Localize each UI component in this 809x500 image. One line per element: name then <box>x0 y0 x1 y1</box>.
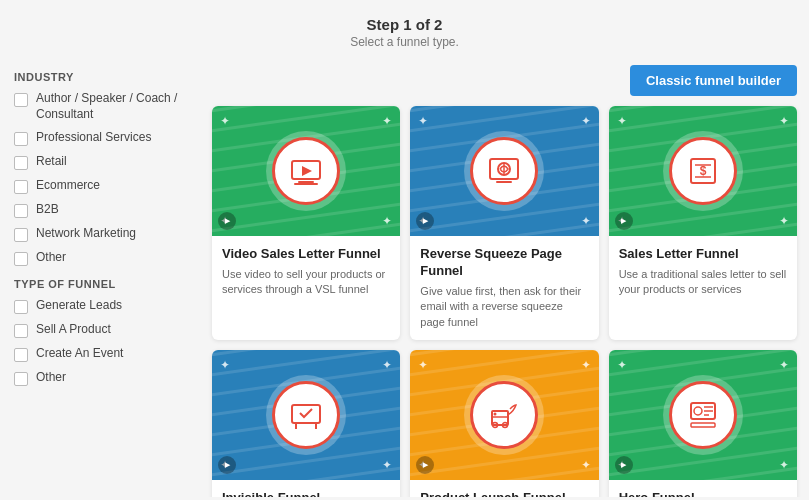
funnel-card-3[interactable]: ✦ ✦ ✦ ✦ ▶ Invisible Funnel Give value fi… <box>212 350 400 497</box>
funnel-card-image-3: ✦ ✦ ✦ ✦ ▶ <box>212 350 400 480</box>
play-icon-2[interactable]: ▶ <box>615 212 633 230</box>
top-bar: Classic funnel builder <box>212 65 797 96</box>
sparkle-tr-4: ✦ <box>581 358 591 372</box>
sidebar-industry-item-4[interactable]: B2B <box>14 202 186 218</box>
funnel-card-image-1: ✦ ✦ ✦ ✦ ▶ <box>410 106 598 236</box>
sidebar-industry-item-5[interactable]: Network Marketing <box>14 226 186 242</box>
funnel-type-label-0: Generate Leads <box>36 298 122 314</box>
funnel-icon-circle-4 <box>470 381 538 449</box>
industry-checkbox-1[interactable] <box>14 132 28 146</box>
funnel-type-label-1: Sell A Product <box>36 322 111 338</box>
funnel-icon-circle-5 <box>669 381 737 449</box>
funnel-card-title-3: Invisible Funnel <box>222 490 390 497</box>
funnel-card-body-5: Hero Funnel Share your story and build y… <box>609 480 797 497</box>
sparkle-br-5: ✦ <box>779 458 789 472</box>
step-subtitle: Select a funnel type. <box>0 35 809 49</box>
sparkle-tl-4: ✦ <box>418 358 428 372</box>
funnel-card-5[interactable]: ✦ ✦ ✦ ✦ ▶ Hero Funnel Share your story a… <box>609 350 797 497</box>
sparkle-tl-2: ✦ <box>617 114 627 128</box>
funnel-icon-circle-3 <box>272 381 340 449</box>
funnel-card-body-3: Invisible Funnel Give value first with a… <box>212 480 400 497</box>
sidebar: INDUSTRY Author / Speaker / Coach / Cons… <box>0 57 200 497</box>
sidebar-industry-item-6[interactable]: Other <box>14 250 186 266</box>
sparkle-tl-3: ✦ <box>220 358 230 372</box>
main-content: Classic funnel builder ✦ ✦ ✦ ✦ ▶ <box>200 57 809 497</box>
funnel-type-label-3: Other <box>36 370 66 386</box>
funnel-type-section-title: TYPE OF FUNNEL <box>14 278 186 290</box>
classic-funnel-builder-button[interactable]: Classic funnel builder <box>630 65 797 96</box>
sparkle-tl-5: ✦ <box>617 358 627 372</box>
funnel-card-desc-2: Use a traditional sales letter to sell y… <box>619 267 787 298</box>
industry-label-6: Other <box>36 250 66 266</box>
funnel-icon-circle-2: $ <box>669 137 737 205</box>
industry-label-1: Professional Services <box>36 130 151 146</box>
sparkle-tl-0: ✦ <box>220 114 230 128</box>
funnel-card-image-4: ✦ ✦ ✦ ✦ ▶ <box>410 350 598 480</box>
industry-checkbox-5[interactable] <box>14 228 28 242</box>
sidebar-funnel-type-item-0[interactable]: Generate Leads <box>14 298 186 314</box>
funnel-type-checkbox-1[interactable] <box>14 324 28 338</box>
industry-checkbox-2[interactable] <box>14 156 28 170</box>
svg-marker-1 <box>302 166 312 176</box>
funnel-card-desc-1: Give value first, then ask for their ema… <box>420 284 588 330</box>
industry-label-5: Network Marketing <box>36 226 136 242</box>
funnel-card-image-2: ✦ ✦ ✦ ✦ ▶ $ <box>609 106 797 236</box>
funnel-type-checkbox-0[interactable] <box>14 300 28 314</box>
svg-rect-7 <box>496 181 512 183</box>
svg-rect-2 <box>298 181 314 183</box>
funnel-card-image-5: ✦ ✦ ✦ ✦ ▶ <box>609 350 797 480</box>
funnel-type-checkbox-2[interactable] <box>14 348 28 362</box>
industry-section-title: INDUSTRY <box>14 71 186 83</box>
svg-rect-3 <box>294 183 318 185</box>
funnel-type-label-2: Create An Event <box>36 346 123 362</box>
industry-checkbox-4[interactable] <box>14 204 28 218</box>
funnel-icon-circle-1 <box>470 137 538 205</box>
sparkle-br-0: ✦ <box>382 214 392 228</box>
industry-label-2: Retail <box>36 154 67 170</box>
sparkle-tr-0: ✦ <box>382 114 392 128</box>
industry-checkbox-0[interactable] <box>14 93 28 107</box>
svg-text:$: $ <box>699 164 706 178</box>
funnel-card-title-1: Reverse Squeeze Page Funnel <box>420 246 588 280</box>
step-indicator: Step 1 of 2 <box>0 16 809 33</box>
funnel-icon-circle-0 <box>272 137 340 205</box>
funnel-card-2[interactable]: ✦ ✦ ✦ ✦ ▶ $ Sales Letter Funnel Use a tr… <box>609 106 797 340</box>
play-icon-3[interactable]: ▶ <box>218 456 236 474</box>
funnel-card-body-1: Reverse Squeeze Page Funnel Give value f… <box>410 236 598 340</box>
sparkle-tr-1: ✦ <box>581 114 591 128</box>
funnel-card-title-2: Sales Letter Funnel <box>619 246 787 263</box>
sparkle-br-1: ✦ <box>581 214 591 228</box>
sidebar-funnel-type-item-1[interactable]: Sell A Product <box>14 322 186 338</box>
funnel-card-title-5: Hero Funnel <box>619 490 787 497</box>
sidebar-industry-item-0[interactable]: Author / Speaker / Coach / Consultant <box>14 91 186 122</box>
industry-label-3: Ecommerce <box>36 178 100 194</box>
industry-checkbox-6[interactable] <box>14 252 28 266</box>
funnel-card-title-0: Video Sales Letter Funnel <box>222 246 390 263</box>
svg-rect-19 <box>691 423 715 427</box>
sparkle-tr-5: ✦ <box>779 358 789 372</box>
sidebar-industry-item-1[interactable]: Professional Services <box>14 130 186 146</box>
industry-checkbox-3[interactable] <box>14 180 28 194</box>
funnel-card-desc-0: Use video to sell your products or servi… <box>222 267 390 298</box>
sparkle-tr-2: ✦ <box>779 114 789 128</box>
sidebar-industry-item-3[interactable]: Ecommerce <box>14 178 186 194</box>
funnel-card-1[interactable]: ✦ ✦ ✦ ✦ ▶ Reverse Squeeze Page Funnel Gi… <box>410 106 598 340</box>
sparkle-tl-1: ✦ <box>418 114 428 128</box>
svg-point-18 <box>694 407 702 415</box>
industry-label-4: B2B <box>36 202 59 218</box>
funnel-card-title-4: Product Launch Funnel <box>420 490 588 497</box>
sidebar-funnel-type-item-2[interactable]: Create An Event <box>14 346 186 362</box>
funnel-card-body-0: Video Sales Letter Funnel Use video to s… <box>212 236 400 308</box>
funnel-card-0[interactable]: ✦ ✦ ✦ ✦ ▶ Video Sales Letter Funnel Use … <box>212 106 400 340</box>
funnel-card-body-4: Product Launch Funnel Launch your produc… <box>410 480 598 497</box>
play-icon-0[interactable]: ▶ <box>218 212 236 230</box>
sidebar-funnel-type-item-3[interactable]: Other <box>14 370 186 386</box>
play-icon-5[interactable]: ▶ <box>615 456 633 474</box>
sparkle-tr-3: ✦ <box>382 358 392 372</box>
sidebar-industry-item-2[interactable]: Retail <box>14 154 186 170</box>
sparkle-br-2: ✦ <box>779 214 789 228</box>
sparkle-br-3: ✦ <box>382 458 392 472</box>
funnel-card-4[interactable]: ✦ ✦ ✦ ✦ ▶ Product Launch Funnel Launch y… <box>410 350 598 497</box>
funnel-grid: ✦ ✦ ✦ ✦ ▶ Video Sales Letter Funnel Use … <box>212 106 797 497</box>
funnel-type-checkbox-3[interactable] <box>14 372 28 386</box>
